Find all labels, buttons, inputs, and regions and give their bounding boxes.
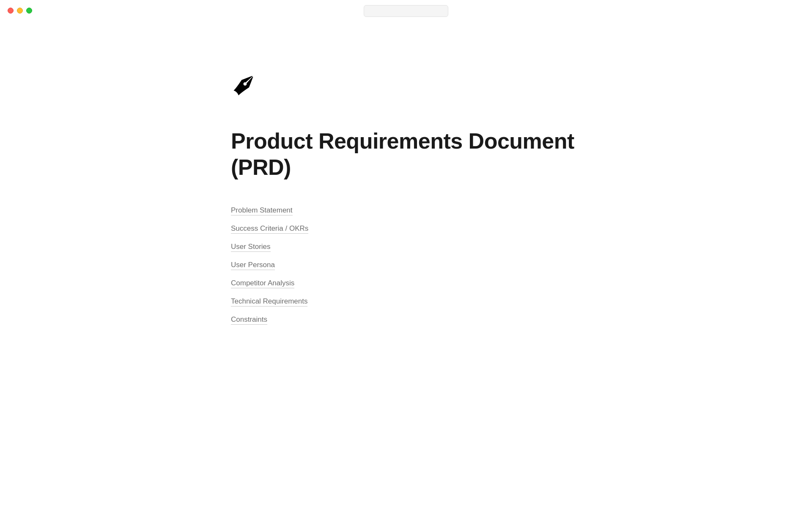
toc-link-3[interactable]: User Persona — [231, 261, 275, 270]
toc-item: User Persona — [231, 257, 581, 275]
minimize-button[interactable] — [17, 8, 23, 14]
search-bar[interactable] — [364, 5, 448, 17]
page-title-line2: (PRD) — [231, 155, 291, 179]
toc-item: User Stories — [231, 238, 581, 257]
table-of-contents: Problem StatementSuccess Criteria / OKRs… — [231, 202, 581, 329]
close-button[interactable] — [8, 8, 14, 14]
toc-link-0[interactable]: Problem Statement — [231, 206, 293, 215]
toc-link-6[interactable]: Constraints — [231, 315, 267, 325]
toc-item: Constraints — [231, 311, 581, 329]
toc-link-4[interactable]: Competitor Analysis — [231, 279, 294, 288]
page-icon: ✒ — [231, 64, 282, 115]
page-title-line1: Product Requirements Document — [231, 129, 574, 153]
pen-emoji: ✒ — [223, 63, 267, 107]
toc-item: Competitor Analysis — [231, 275, 581, 293]
toc-link-2[interactable]: User Stories — [231, 243, 271, 252]
maximize-button[interactable] — [26, 8, 32, 14]
main-content: ✒ Product Requirements Document (PRD) Pr… — [152, 0, 660, 329]
top-bar — [0, 0, 812, 22]
toc-link-5[interactable]: Technical Requirements — [231, 297, 307, 306]
page-title: Product Requirements Document (PRD) — [231, 128, 581, 181]
toc-item: Success Criteria / OKRs — [231, 220, 581, 238]
toc-item: Technical Requirements — [231, 293, 581, 311]
toc-link-1[interactable]: Success Criteria / OKRs — [231, 224, 308, 234]
toc-item: Problem Statement — [231, 202, 581, 220]
window-controls — [8, 8, 32, 14]
